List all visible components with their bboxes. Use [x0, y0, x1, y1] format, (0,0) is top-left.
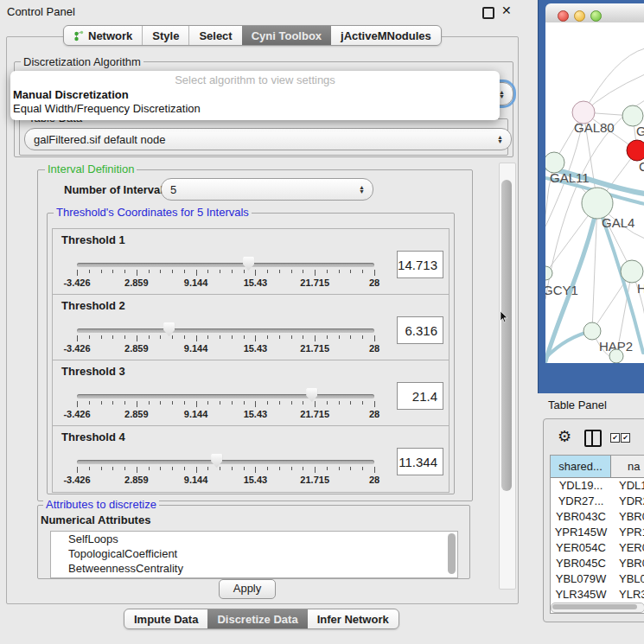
network-node-c[interactable] — [627, 140, 644, 161]
tab-cyni-toolbox[interactable]: Cyni Toolbox — [242, 26, 331, 45]
tick-label: 28 — [369, 409, 379, 419]
tick-mark — [196, 401, 197, 407]
tick-mark — [160, 270, 161, 273]
threshold-slider-track[interactable] — [77, 394, 374, 399]
threshold-slider-track[interactable] — [77, 460, 374, 464]
threshold-value-field[interactable]: 21.4 — [397, 382, 443, 410]
threshold-slider-thumb[interactable] — [163, 322, 175, 336]
threshold-slider-thumb[interactable] — [243, 257, 254, 271]
table-row[interactable]: YDL19...YDL1 — [551, 478, 644, 494]
tab-discretize-data[interactable]: Discretize Data — [207, 609, 307, 628]
cell-name: YBR0 — [611, 509, 644, 525]
tick-mark — [112, 401, 113, 405]
tab-style[interactable]: Style — [142, 26, 188, 45]
threshold-value-field[interactable]: 11.344 — [397, 448, 443, 475]
attribute-item-betweennesscentrality[interactable]: BetweennessCentrality — [51, 561, 457, 576]
tab-jactivemnodules[interactable]: jActiveMNodules — [331, 26, 441, 45]
network-canvas[interactable]: GAL80GACGAL11GAL4HGCY1HAP2 — [545, 22, 644, 363]
table-hscrollbar-thumb[interactable] — [552, 604, 637, 609]
network-node-gal4[interactable] — [582, 188, 613, 219]
tick-mark — [149, 270, 150, 273]
tick-label: -3.426 — [63, 277, 90, 288]
tick-mark — [267, 270, 268, 273]
table-row[interactable]: YBL079WYBL0 — [551, 571, 644, 587]
threshold-slider-track[interactable] — [77, 328, 374, 333]
close-light-icon[interactable] — [558, 10, 569, 22]
gear-icon[interactable]: ⚙ — [558, 427, 571, 446]
checkbox-icon[interactable]: ✔ — [621, 433, 630, 443]
table-hscrollbar-track[interactable] — [551, 603, 644, 613]
top-tab-bar: NetworkStyleSelectCyni ToolboxjActiveMNo… — [63, 25, 442, 46]
node-label: GAL4 — [602, 215, 634, 230]
table-row[interactable]: YPR145WYPR1 — [551, 525, 644, 540]
tick-mark — [267, 401, 268, 405]
mouse-cursor — [500, 311, 508, 323]
table-row[interactable]: YLR345WYLR3 — [551, 587, 644, 600]
tick-mark — [350, 467, 351, 470]
tick-mark — [184, 270, 185, 273]
algorithm-prompt-option[interactable]: Select algorithm to view settings — [10, 73, 500, 88]
table-data-combo[interactable]: galFiltered.sif default node ▲▼ — [24, 128, 512, 150]
attributes-list[interactable]: SelfLoopsTopologicalCoefficientBetweenne… — [50, 531, 458, 578]
algorithm-option-equal-width-frequency-discretization[interactable]: Equal Width/Frequency Discretization — [10, 102, 500, 116]
column-header-na[interactable]: na — [611, 456, 644, 478]
cell-shared-name: YLR345W — [551, 587, 611, 600]
minimize-light-icon[interactable] — [574, 10, 585, 22]
tick-mark — [184, 401, 185, 405]
settings-scrollbar-thumb[interactable] — [501, 180, 512, 491]
split-view-icon[interactable] — [584, 430, 602, 447]
table-row[interactable]: YBR043CYBR0 — [551, 509, 644, 525]
num-intervals-combo[interactable]: 5 ▲▼ — [161, 178, 373, 201]
tick-mark — [244, 335, 245, 339]
tick-mark — [207, 467, 208, 470]
tab-infer-network[interactable]: Infer Network — [308, 609, 399, 628]
tick-mark — [137, 270, 137, 276]
threshold-slider-thumb[interactable] — [211, 454, 222, 468]
node-label: GA — [636, 124, 644, 138]
network-node[interactable] — [609, 349, 623, 363]
tab-select[interactable]: Select — [188, 26, 241, 45]
checkbox-icon[interactable]: ✔ — [610, 433, 620, 443]
tick-mark — [207, 335, 208, 339]
attribute-item-selfloops[interactable]: SelfLoops — [51, 532, 457, 546]
close-icon[interactable]: ✕ — [501, 3, 512, 17]
tick-mark — [303, 335, 303, 339]
tab-impute-data[interactable]: Impute Data — [124, 609, 207, 628]
network-node-hap2[interactable] — [583, 322, 601, 340]
table-row[interactable]: YBR045CYBR0 — [551, 556, 644, 571]
network-node-h[interactable] — [621, 260, 643, 283]
float-window-icon[interactable] — [482, 7, 494, 19]
cell-name: YBL0 — [611, 571, 644, 587]
node-table[interactable]: shared...na YDL19...YDL1YDR27...YDR2YBR0… — [550, 455, 644, 614]
thresholds-group-title: Threshold's Coordinates for 5 Intervals — [54, 207, 252, 219]
threshold-slider-thumb[interactable] — [306, 388, 317, 402]
tick-mark — [207, 270, 208, 273]
tick-mark — [267, 467, 268, 470]
tick-mark — [362, 270, 363, 273]
apply-button[interactable]: Apply — [219, 579, 276, 599]
tick-mark — [244, 270, 245, 273]
threshold-label: Threshold 3 — [61, 365, 125, 378]
tick-mark — [279, 270, 280, 273]
node-label: GAL80 — [574, 120, 615, 135]
algorithm-dropdown-popup: Select algorithm to view settings Manual… — [10, 71, 500, 120]
threshold-value-field[interactable]: 6.316 — [397, 316, 443, 344]
threshold-slider-track[interactable] — [77, 263, 374, 267]
tick-mark — [124, 401, 125, 405]
attribute-item-topologicalcoefficient[interactable]: TopologicalCoefficient — [51, 546, 457, 561]
zoom-light-icon[interactable] — [590, 10, 602, 22]
tab-network[interactable]: Network — [64, 26, 142, 45]
table-row[interactable]: YER054CYER0 — [551, 540, 644, 556]
network-window-titlebar[interactable] — [545, 3, 644, 23]
table-row[interactable]: YDR27...YDR2 — [551, 494, 644, 509]
tick-mark — [291, 335, 292, 339]
algorithm-option-manual-discretization[interactable]: Manual Discretization — [10, 88, 500, 102]
num-intervals-label: Number of Intervals — [64, 183, 169, 196]
num-intervals-value: 5 — [170, 183, 176, 196]
table-data-value: galFiltered.sif default node — [34, 133, 165, 146]
attributes-list-scrollbar[interactable] — [448, 533, 456, 574]
threshold-value-field[interactable]: 14.713 — [397, 251, 443, 278]
column-header-shared-[interactable]: shared... — [551, 456, 611, 478]
tick-mark — [112, 467, 113, 470]
tab-label: Discretize Data — [217, 613, 297, 626]
